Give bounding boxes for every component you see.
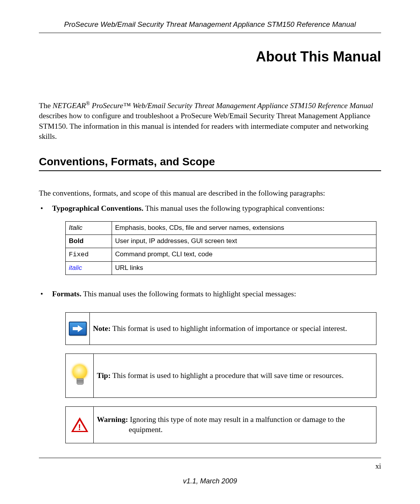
- bullet-formats: Formats. This manual uses the following …: [39, 289, 381, 443]
- chapter-title: About This Manual: [39, 49, 381, 65]
- note-text: This format is used to highlight informa…: [110, 324, 347, 332]
- section-lead: The conventions, formats, and scope of t…: [39, 188, 381, 198]
- bullet-formats-label: Formats.: [52, 290, 81, 298]
- conv-desc: Emphasis, books, CDs, file and server na…: [112, 221, 376, 234]
- callout-text: Warning: Ignoring this type of note may …: [94, 407, 376, 443]
- intro-prefix: The: [39, 102, 52, 110]
- bullet-formats-rest: This manual uses the following formats t…: [81, 290, 296, 298]
- conv-desc: Command prompt, CLI text, code: [112, 248, 376, 261]
- conv-label-italic: Italic: [69, 224, 82, 231]
- callout-warning: ! Warning: Ignoring this type of note ma…: [65, 406, 376, 443]
- callout-text: Note: This format is used to highlight i…: [90, 313, 376, 345]
- table-row: italic URL links: [66, 261, 376, 275]
- intro-body: describes how to configure and troublesh…: [39, 112, 370, 140]
- table-row: Fixed Command prompt, CLI text, code: [66, 248, 376, 261]
- bullet-typo-label: Typographical Conventions.: [52, 204, 144, 212]
- warning-text: Ignoring this type of note may result in…: [128, 415, 345, 434]
- intro-paragraph: The NETGEAR® ProSecure™ Web/Email Securi…: [39, 101, 381, 142]
- note-icon-cell: [66, 313, 90, 345]
- footer-rule: [39, 458, 381, 458]
- warning-label: Warning:: [97, 415, 128, 424]
- callout-tip: Tip: This format is used to highlight a …: [65, 354, 376, 398]
- callout-note: Note: This format is used to highlight i…: [65, 312, 376, 345]
- conventions-table: Italic Emphasis, books, CDs, file and se…: [65, 221, 376, 275]
- conv-label-link: italic: [69, 264, 82, 271]
- warning-icon-cell: !: [66, 407, 94, 443]
- intro-rest-title: Web/Email Security Threat Management App…: [133, 102, 373, 110]
- tip-label: Tip:: [97, 371, 110, 380]
- note-label: Note:: [93, 324, 110, 332]
- conv-desc: User input, IP addresses, GUI screen tex…: [112, 234, 376, 248]
- lightbulb-icon: [69, 363, 90, 388]
- table-row: Bold User input, IP addresses, GUI scree…: [66, 234, 376, 248]
- bullet-typographical: Typographical Conventions. This manual u…: [39, 203, 381, 275]
- intro-brand: NETGEAR: [52, 102, 86, 110]
- tip-text: This format is used to highlight a proce…: [110, 371, 343, 380]
- running-header: ProSecure Web/Email Security Threat Mana…: [39, 20, 381, 33]
- arrow-icon: [69, 322, 87, 336]
- page: ProSecure Web/Email Security Threat Mana…: [0, 0, 420, 504]
- tip-icon-cell: [66, 354, 94, 397]
- version-footer: v1.1, March 2009: [0, 477, 420, 485]
- page-number: xi: [375, 462, 381, 471]
- warning-triangle-icon: !: [70, 416, 89, 433]
- section-heading: Conventions, Formats, and Scope: [39, 156, 381, 171]
- callout-text: Tip: This format is used to highlight a …: [94, 354, 376, 397]
- conv-label-bold: Bold: [69, 237, 84, 245]
- bullet-typo-rest: This manual uses the following typograph…: [144, 204, 325, 212]
- conv-label-fixed: Fixed: [69, 251, 89, 258]
- conv-desc: URL links: [112, 261, 376, 275]
- table-row: Italic Emphasis, books, CDs, file and se…: [66, 221, 376, 234]
- registered-mark: ®: [86, 101, 90, 107]
- intro-productline: ProSecure™: [90, 102, 133, 110]
